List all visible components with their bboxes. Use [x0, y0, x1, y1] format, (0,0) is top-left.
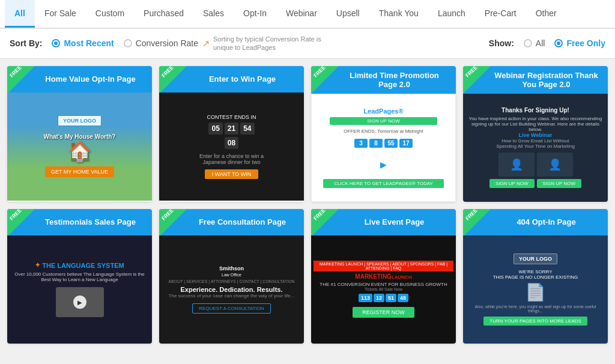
card-limited-time[interactable]: FREE Limited Time Promotion Page 2.0 Lea… [311, 66, 456, 202]
consult-headline: Experience. Dedication. Results. [181, 286, 283, 293]
conversion-note: Sorting by typical Conversion Rate is un… [213, 35, 321, 52]
webinar-thanks-title: Thanks For Signing Up! [501, 107, 569, 114]
consult-sub: The success of your case can change the … [169, 293, 295, 299]
live-webinar-label: Live Webinar [519, 132, 553, 138]
marketing-logo: MARKETINGLAUNCH [355, 273, 411, 280]
card-header-enter: FREE Enter to Win Page [159, 66, 304, 93]
card-header-testimonials: FREE Testimonials Sales Page [7, 209, 152, 235]
event-date: Tickets All Sale Now [365, 287, 402, 291]
nav-item-pre-cart[interactable]: Pre-Cart [475, 0, 526, 28]
radio-most-recent[interactable] [52, 39, 60, 47]
home-logo: YOUR LOGO [58, 115, 101, 126]
event-counter: 113 12 51 48 [359, 294, 408, 302]
radio-show-free[interactable] [554, 39, 563, 47]
radio-conversion-rate[interactable] [124, 39, 132, 47]
home-cta-btn: GET MY HOME VALUE [45, 166, 114, 177]
thumb-enter: CONTEST ENDS IN 05 21 54 08 Enter for a … [159, 93, 304, 201]
enter-sub: Enter for a chance to win aJapanese dinn… [199, 153, 264, 165]
card-header-404: FREE 404 Opt-In Page [463, 209, 608, 235]
card-header-home-value: FREE Home Value Opt-In Page [7, 66, 152, 93]
card-consultation[interactable]: FREE Free Consultation Page SmithsonLaw … [159, 209, 304, 344]
sort-most-recent[interactable]: Most Recent [52, 38, 114, 48]
arrow-icon: ↗ [202, 38, 210, 49]
enter-title: CONTEST ENDS IN [207, 114, 256, 120]
nav-item-other[interactable]: Other [526, 0, 566, 28]
nav-item-upsell[interactable]: Upsell [327, 0, 369, 28]
radio-show-all[interactable] [524, 39, 532, 47]
404-logo: YOUR LOGO [514, 253, 557, 264]
cards-grid: FREE Home Value Opt-In Page YOUR LOGO Wh… [0, 59, 615, 351]
law-nav: ABOUT | SERVICES | ATTORNEYS | CONTACT |… [168, 279, 294, 284]
consult-cta-btn: REQUEST A CONSULTATION [192, 303, 270, 314]
404-sorry: WE'RE SORRYTHIS PAGE IS NO LONGER EXISTI… [493, 269, 578, 280]
lp-logo: LeadPages® [363, 108, 403, 115]
thumb-home-value: YOUR LOGO What's My House Worth? 🏠 GET M… [7, 93, 152, 201]
card-header-consultation: FREE Free Consultation Page [159, 209, 304, 235]
card-header-webinar: FREE Webinar Registration Thank You Page… [463, 66, 608, 94]
thumb-404: YOUR LOGO WE'RE SORRYTHIS PAGE IS NO LON… [463, 235, 608, 344]
lang-logo: ✦ THE LANGUAGE SYSTEM [35, 261, 124, 269]
sort-by-label: Sort By: [10, 38, 42, 48]
card-testimonials[interactable]: FREE Testimonials Sales Page ✦ THE LANGU… [7, 209, 152, 344]
show-label: Show: [489, 38, 514, 48]
webinar-content: You have inspired action in your class. … [468, 116, 603, 132]
card-header-live: FREE Live Event Page [311, 209, 456, 235]
404-paper-icon: 📄 [525, 282, 546, 302]
event-register-btn: REGISTER NOW [353, 307, 414, 318]
webinar-signup-btn2: SIGN UP NOW [537, 179, 582, 188]
card-header-limited: FREE Limited Time Promotion Page 2.0 [311, 66, 456, 94]
house-icon: 🏠 [68, 140, 92, 163]
webinar-topic: How to Grow Email List WithoutSpending A… [496, 138, 575, 149]
sort-conversion-rate[interactable]: Conversion Rate ↗ Sorting by typical Con… [124, 35, 321, 52]
webinar-signup-btn: SIGN UP NOW [489, 179, 535, 188]
card-webinar-thankyou[interactable]: FREE Webinar Registration Thank You Page… [463, 66, 608, 202]
nav-item-thank-you[interactable]: Thank You [369, 0, 428, 28]
top-navigation: AllFor SaleCustomPurchasedSalesOpt-InWeb… [0, 0, 615, 29]
nav-item-for-sale[interactable]: For Sale [35, 0, 86, 28]
testimonial-video-thumb: ▶ [56, 287, 104, 317]
home-headline: What's My House Worth? [44, 133, 116, 140]
law-logo: SmithsonLaw Office [219, 265, 244, 278]
enter-cta-btn: I WANT TO WIN [205, 169, 259, 179]
show-free-only-option[interactable]: Free Only [554, 38, 605, 48]
nav-item-all[interactable]: All [5, 0, 35, 28]
nav-item-sales[interactable]: Sales [193, 0, 234, 28]
marketing-nav: MARKETING LAUNCH | SPEAKERS | ABOUT | SP… [314, 261, 453, 271]
thumb-consultation: SmithsonLaw Office ABOUT | SERVICES | AT… [159, 235, 304, 344]
nav-item-custom[interactable]: Custom [86, 0, 134, 28]
limited-play-btn[interactable]: ▶ [373, 154, 395, 175]
card-enter-to-win[interactable]: FREE Enter to Win Page CONTEST ENDS IN 0… [159, 66, 304, 202]
nav-item-purchased[interactable]: Purchased [134, 0, 193, 28]
marketing-tagline: THE #1 CONVERSION EVENT FOR BUSINESS GRO… [320, 282, 447, 287]
sort-bar: Sort By: Most Recent Conversion Rate ↗ S… [0, 29, 615, 59]
thumb-testimonials: ✦ THE LANGUAGE SYSTEM Over 10,000 Custom… [7, 235, 152, 344]
webinar-speakers: 👤 👤 [498, 153, 573, 177]
limited-green-btn: SIGN UP NOW [330, 117, 437, 125]
limited-offer-text: OFFER ENDS: Tomorrow at Midnight [344, 129, 423, 134]
card-home-value[interactable]: FREE Home Value Opt-In Page YOUR LOGO Wh… [7, 66, 152, 202]
404-sub-text: Also, while you're here, you might as we… [468, 305, 603, 313]
show-all-option[interactable]: All [524, 38, 545, 48]
card-live-event[interactable]: FREE Live Event Page MARKETING LAUNCH | … [311, 209, 456, 344]
limited-timer: 3 8 55 17 [354, 139, 413, 148]
thumb-webinar: Thanks For Signing Up! You have inspired… [463, 94, 608, 202]
404-cta-btn: TURN YOUR PAGES INTO MORE LEADS [483, 317, 587, 326]
speaker-1-thumb: 👤 [498, 153, 535, 177]
nav-item-opt-in[interactable]: Opt-In [234, 0, 276, 28]
testimonial-text: Over 10,000 Customers believe The Langua… [12, 271, 147, 282]
testimonial-play-btn[interactable]: ▶ [73, 296, 86, 309]
nav-item-launch[interactable]: Launch [428, 0, 475, 28]
nav-item-webinar[interactable]: Webinar [276, 0, 327, 28]
thumb-limited: LeadPages® SIGN UP NOW OFFER ENDS: Tomor… [311, 94, 456, 202]
limited-bottom-btn: CLICK HERE TO GET LEADPAGES® TODAY [323, 179, 444, 188]
countdown: 05 21 54 [208, 123, 254, 135]
speaker-2-thumb: 👤 [537, 153, 573, 177]
card-404-optin[interactable]: FREE 404 Opt-In Page YOUR LOGO WE'RE SOR… [463, 209, 608, 344]
thumb-live: MARKETING LAUNCH | SPEAKERS | ABOUT | SP… [311, 235, 456, 344]
